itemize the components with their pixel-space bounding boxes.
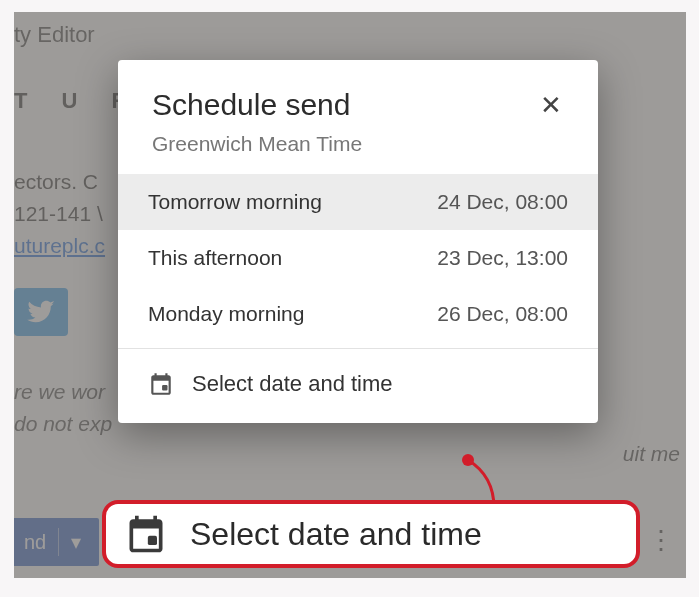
- schedule-option-this-afternoon[interactable]: This afternoon 23 Dec, 13:00: [118, 230, 598, 286]
- close-icon[interactable]: ✕: [534, 88, 568, 122]
- option-label: Tomorrow morning: [148, 190, 322, 214]
- schedule-send-dialog: Schedule send ✕ Greenwich Mean Time Tomo…: [118, 60, 598, 423]
- send-caret-icon[interactable]: ▾: [71, 530, 81, 554]
- screenshot-frame: ty Editor T U R ectors. C 121-141 \ utur…: [14, 12, 686, 578]
- option-time: 26 Dec, 08:00: [437, 302, 568, 326]
- annotation-callout: Select date and time: [102, 500, 640, 568]
- twitter-icon[interactable]: [14, 288, 68, 336]
- schedule-option-tomorrow-morning[interactable]: Tomorrow morning 24 Dec, 08:00: [118, 174, 598, 230]
- option-label: Monday morning: [148, 302, 304, 326]
- svg-rect-1: [148, 536, 157, 545]
- schedule-option-monday-morning[interactable]: Monday morning 26 Dec, 08:00: [118, 286, 598, 342]
- calendar-icon: [124, 512, 168, 556]
- select-date-time-label: Select date and time: [192, 371, 393, 397]
- dialog-title: Schedule send: [152, 88, 351, 122]
- svg-rect-0: [162, 385, 167, 390]
- send-divider: [58, 528, 59, 556]
- calendar-icon: [148, 371, 174, 397]
- select-date-time-row[interactable]: Select date and time: [118, 349, 598, 423]
- option-time: 24 Dec, 08:00: [437, 190, 568, 214]
- option-label: This afternoon: [148, 246, 282, 270]
- disclaimer-right-fragment: uit me: [623, 442, 680, 466]
- option-time: 23 Dec, 13:00: [437, 246, 568, 270]
- send-button[interactable]: nd ▾: [14, 518, 99, 566]
- annotation-dot: [462, 454, 474, 466]
- annotation-text: Select date and time: [190, 516, 482, 553]
- send-label: nd: [24, 531, 46, 554]
- more-options-icon[interactable]: ⋮: [648, 525, 672, 556]
- timezone-label: Greenwich Mean Time: [118, 132, 598, 174]
